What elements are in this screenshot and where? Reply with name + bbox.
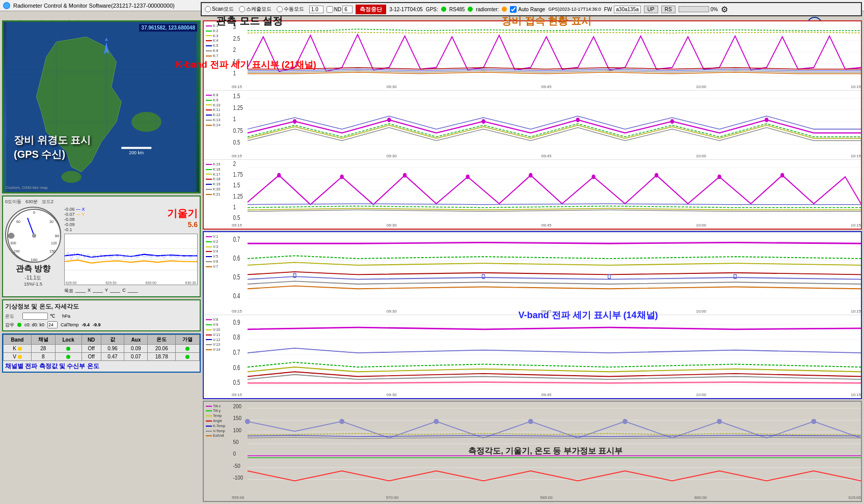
schedule-mode-radio[interactable]: 스케줄모드: [239, 6, 272, 13]
autorange-label: Auto Range: [518, 7, 545, 12]
k-band-sub-chart-2: K:8 K:9 K:10 K:11 K:12 K:13 K:14 1.5 1.2…: [204, 91, 861, 160]
legend-k3: K:3: [206, 34, 219, 39]
legend-v14: V:14: [206, 347, 220, 352]
k-band-legend-2: K:8 K:9 K:10 K:11 K:12 K:13 K:14: [206, 93, 220, 128]
schedule-mode-input[interactable]: [239, 6, 245, 12]
channel-table-footer: 채널별 전파 측정값 및 수신부 온도: [3, 361, 200, 372]
temp-input[interactable]: [22, 313, 48, 320]
k2-tick2: 09:30: [387, 154, 397, 158]
legend-v-temp: V-Temp: [206, 429, 225, 434]
col-lock: Lock: [55, 335, 82, 345]
k2-tick4: 10:00: [696, 154, 706, 158]
k-chart-1-xticks: 09:15 09:30 09:45 10:00 10:15: [232, 85, 861, 89]
manual-mode-radio[interactable]: 수동모드: [277, 6, 304, 13]
map-custom-label: Custom, OSM-like map: [6, 185, 48, 190]
row-k-heat: [176, 345, 200, 353]
v-band-sub-chart-2: V:8 V:9 V:10 V:11 V:12 V:13 V:14 0.9 0.8…: [204, 315, 861, 398]
legend-angle: Angle: [206, 418, 225, 424]
weather-section: 기상정보 및 온도, 자세각도 온도 ℃ hPa 강우 c0: d0: k0 C…: [2, 299, 201, 331]
compass-body: 0 90 180 270 60 30 150 240 300 120: [5, 207, 198, 294]
svg-point-71: [591, 175, 595, 179]
schedule-mode-label: 스케줄모드: [246, 6, 272, 13]
legend-k7: K:7: [206, 53, 219, 59]
row-k-value: 0.96: [101, 345, 124, 353]
nd-checkbox[interactable]: [327, 6, 333, 13]
legend-k6: K:6: [206, 48, 219, 53]
svg-point-67: [340, 175, 343, 179]
k2-tick5: 10:15: [851, 154, 861, 158]
nd-value-input[interactable]: [342, 6, 353, 13]
svg-text:0: 0: [33, 210, 36, 215]
nd-label: ND: [334, 7, 341, 12]
k-chart-3-area: 2 1.75 1.5 1.25 1 0.5: [232, 160, 861, 221]
rs485-led: [468, 7, 473, 12]
tilt-value: 5.6: [167, 220, 198, 229]
svg-text:0.4: 0.4: [233, 292, 240, 300]
row-k-band: K: [4, 345, 32, 353]
autorange-group: Auto Range: [510, 6, 545, 13]
tilt-x-tick2: 629:30: [105, 281, 116, 285]
k3-tick1: 09:15: [232, 223, 242, 228]
rain-input1[interactable]: [47, 321, 58, 328]
autorange-checkbox[interactable]: [510, 6, 517, 13]
up-button[interactable]: UP: [644, 6, 658, 13]
svg-text:1.75: 1.75: [233, 171, 242, 178]
scan-mode-radio[interactable]: Scan모드: [205, 6, 234, 13]
svg-text:1: 1: [233, 116, 235, 123]
svg-point-54: [765, 118, 768, 122]
tilt-panel: -0.06 — X -0.07 — Y -0.08 -0.09 -0.1: [64, 207, 198, 294]
svg-point-114: [528, 418, 533, 424]
svg-point-66: [277, 173, 281, 178]
k-band-sub-chart-3: K:15 K:16 K:17 K:18 K:19 K:20 K:21 2 1.7…: [204, 160, 861, 229]
extra-chart-svg: 200 150 100 50 0 -50 -100: [232, 402, 861, 494]
map-label-line1: 장비 위경도 표시: [14, 133, 91, 147]
target-row: 목표 ____ X ____ Y ____ C ____: [64, 288, 198, 294]
extra-tick5: 615:00: [849, 495, 861, 500]
legend-k5: K:5: [206, 43, 219, 48]
row-v-aux: 0.07: [124, 353, 148, 361]
gps-led: [441, 7, 446, 12]
legend-k20: K:20: [206, 187, 220, 192]
legend-k4: K:4: [206, 38, 219, 43]
legend-k-temp: K-Temp: [206, 424, 225, 429]
rs-button[interactable]: RS: [661, 6, 676, 13]
svg-point-69: [466, 175, 469, 179]
svg-rect-8: [121, 147, 151, 149]
measure-button[interactable]: 측정중단: [356, 5, 386, 14]
svg-text:200 km: 200 km: [129, 150, 144, 155]
v1-tick4: 10:00: [696, 309, 706, 314]
pressure-unit: hPa: [62, 314, 70, 319]
manual-mode-input[interactable]: [277, 6, 283, 12]
status-info: GPS: RS485 radiomter: Auto Range GPS)202…: [426, 5, 858, 14]
legend-v7: V:7: [206, 264, 218, 269]
map-label-line2: (GPS 수신): [14, 147, 91, 161]
svg-text:0.7: 0.7: [233, 235, 240, 243]
legend-v10: V:10: [206, 327, 220, 332]
legend-k17: K:17: [206, 172, 220, 177]
legend-v5: V:5: [206, 254, 218, 259]
svg-text:240: 240: [14, 249, 20, 253]
svg-point-113: [434, 418, 439, 424]
v-band-sub-chart-1: V:1 V:2 V:3 V:4 V:5 V:6 V:7 0.7 0.6 0.5: [204, 232, 861, 315]
map-background: 200 km ▲ 37.961582, 123.680048 장비 위경도 표시…: [4, 22, 199, 192]
k3-tick5: 10:15: [851, 223, 861, 228]
svg-text:30: 30: [49, 220, 53, 223]
row-v-value: 0.47: [101, 353, 124, 361]
mode-value-input[interactable]: 1.0: [309, 6, 323, 13]
svg-point-115: [623, 418, 628, 424]
scan-mode-input[interactable]: [205, 6, 211, 12]
v-band-section: V-band 전파 세기 표시부 (14채널) V:1 V:2 V:3 V:4 …: [203, 231, 862, 399]
v-band-legend-2: V:8 V:9 V:10 V:11 V:12 V:13 V:14: [206, 317, 220, 352]
compass-header: 0도이동 630분 모드2: [5, 199, 198, 205]
svg-text:1: 1: [233, 204, 235, 210]
settings-icon[interactable]: ⚙: [721, 5, 728, 14]
nd-checkbox-group: ND: [327, 6, 353, 13]
svg-text:-50: -50: [233, 463, 240, 468]
svg-text:2: 2: [233, 160, 235, 167]
k-chart-2-svg: 1.5 1.25 1 0.75 0.5: [232, 91, 861, 152]
mode-radio-group: Scan모드 스케줄모드 수동모드 1.0: [205, 6, 323, 13]
legend-k9: K:9: [206, 98, 220, 103]
v-chart-1-area: 0.7 0.6 0.5 0.4: [232, 232, 861, 307]
svg-text:1: 1: [233, 70, 235, 76]
svg-text:0.5: 0.5: [233, 273, 240, 281]
